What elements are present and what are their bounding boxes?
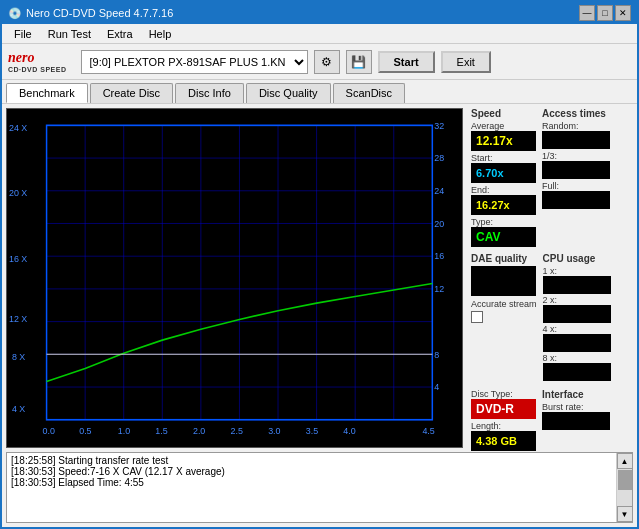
2x-label: 2 x:: [543, 295, 611, 305]
8x-value: [543, 363, 611, 381]
log-text-area[interactable]: [18:25:58] Starting transfer rate test […: [7, 453, 616, 522]
burst-rate-value: [542, 412, 610, 430]
scroll-down-button[interactable]: ▼: [617, 506, 633, 522]
8x-label: 8 x:: [543, 353, 611, 363]
log-scrollbar: ▲ ▼: [616, 453, 632, 522]
length-label: Length:: [471, 421, 536, 431]
speed-title: Speed: [471, 108, 536, 119]
chart-svg: 24 X 20 X 16 X 12 X 8 X 4 X 32 28 24 20 …: [7, 109, 462, 447]
svg-text:8: 8: [434, 349, 439, 359]
nero-logo: nero CD·DVD SPEED: [8, 50, 67, 73]
type-label: Type:: [471, 217, 536, 227]
full-label: Full:: [542, 181, 610, 191]
title-text: Nero CD-DVD Speed 4.7.7.16: [26, 7, 173, 19]
disc-section: Disc Type: DVD-R Length: 4.38 GB: [471, 389, 536, 451]
svg-text:2.5: 2.5: [231, 426, 243, 436]
svg-text:4.0: 4.0: [343, 426, 355, 436]
svg-text:3.5: 3.5: [306, 426, 318, 436]
scroll-track: [617, 469, 632, 506]
menu-extra[interactable]: Extra: [99, 26, 141, 42]
tabs-bar: Benchmark Create Disc Disc Info Disc Qua…: [2, 80, 637, 104]
svg-text:16 X: 16 X: [9, 253, 28, 263]
tab-disc-quality[interactable]: Disc Quality: [246, 83, 331, 103]
maximize-button[interactable]: □: [597, 5, 613, 21]
1x-label: 1 x:: [543, 266, 611, 276]
svg-text:20 X: 20 X: [9, 188, 28, 198]
disc-type-value: DVD-R: [471, 399, 536, 419]
full-value: [542, 191, 610, 209]
dae-section: DAE quality Accurate stream: [471, 253, 537, 381]
access-section: Access times Random: 1/3: Full:: [542, 108, 610, 247]
svg-text:32: 32: [434, 120, 444, 130]
menu-bar: File Run Test Extra Help: [2, 24, 637, 44]
tab-scan-disc[interactable]: ScanDisc: [333, 83, 405, 103]
log-entry-0: [18:25:58] Starting transfer rate test: [11, 455, 612, 466]
svg-text:12: 12: [434, 284, 444, 294]
toolbar: nero CD·DVD SPEED [9:0] PLEXTOR PX-891SA…: [2, 44, 637, 80]
content-area: 24 X 20 X 16 X 12 X 8 X 4 X 32 28 24 20 …: [2, 104, 637, 527]
start-label: Start:: [471, 153, 536, 163]
svg-text:8 X: 8 X: [12, 351, 26, 361]
svg-text:4.5: 4.5: [422, 426, 434, 436]
svg-text:2.0: 2.0: [193, 426, 205, 436]
minimize-button[interactable]: —: [579, 5, 595, 21]
svg-text:24: 24: [434, 186, 444, 196]
svg-text:1.0: 1.0: [118, 426, 130, 436]
start-button[interactable]: Start: [378, 51, 435, 73]
log-entry-2: [18:30:53] Elapsed Time: 4:55: [11, 477, 612, 488]
accurate-stream-label: Accurate stream: [471, 299, 537, 309]
accurate-stream-checkbox-row: [471, 311, 537, 323]
end-value: 16.27x: [471, 195, 536, 215]
svg-text:20: 20: [434, 218, 444, 228]
menu-help[interactable]: Help: [141, 26, 180, 42]
exit-button[interactable]: Exit: [441, 51, 491, 73]
tab-disc-info[interactable]: Disc Info: [175, 83, 244, 103]
app-window: 💿 Nero CD-DVD Speed 4.7.7.16 — □ ✕ File …: [0, 0, 639, 529]
svg-text:24 X: 24 X: [9, 122, 28, 132]
tab-create-disc[interactable]: Create Disc: [90, 83, 173, 103]
svg-text:4: 4: [434, 382, 439, 392]
toolbar-settings-btn[interactable]: ⚙: [314, 50, 340, 74]
menu-run-test[interactable]: Run Test: [40, 26, 99, 42]
toolbar-save-btn[interactable]: 💾: [346, 50, 372, 74]
log-entry-1: [18:30:53] Speed:7-16 X CAV (12.17 X ave…: [11, 466, 612, 477]
cpu-title: CPU usage: [543, 253, 611, 264]
nero-logo-top: nero: [8, 50, 34, 66]
svg-text:12 X: 12 X: [9, 313, 28, 323]
4x-value: [543, 334, 611, 352]
scroll-thumb[interactable]: [618, 470, 632, 490]
close-button[interactable]: ✕: [615, 5, 631, 21]
accurate-stream-checkbox[interactable]: [471, 311, 483, 323]
title-bar: 💿 Nero CD-DVD Speed 4.7.7.16 — □ ✕: [2, 2, 637, 24]
svg-text:0.0: 0.0: [43, 426, 55, 436]
app-icon: 💿: [8, 7, 22, 20]
chart-wrapper: 24 X 20 X 16 X 12 X 8 X 4 X 32 28 24 20 …: [2, 104, 467, 452]
svg-text:0.5: 0.5: [79, 426, 91, 436]
svg-text:16: 16: [434, 251, 444, 261]
middle-area: 24 X 20 X 16 X 12 X 8 X 4 X 32 28 24 20 …: [2, 104, 637, 452]
2x-value: [543, 305, 611, 323]
type-value: CAV: [471, 227, 536, 247]
average-label: Average: [471, 121, 536, 131]
right-panel: Speed Average 12.17x Start: 6.70x End: 1…: [467, 104, 637, 452]
speed-section: Speed Average 12.17x Start: 6.70x End: 1…: [471, 108, 536, 247]
scroll-up-button[interactable]: ▲: [617, 453, 633, 469]
length-value: 4.38 GB: [471, 431, 536, 451]
tab-benchmark[interactable]: Benchmark: [6, 83, 88, 103]
onethird-value: [542, 161, 610, 179]
4x-label: 4 x:: [543, 324, 611, 334]
svg-text:4 X: 4 X: [12, 404, 26, 414]
dae-value: [471, 266, 536, 296]
svg-text:28: 28: [434, 153, 444, 163]
menu-file[interactable]: File: [6, 26, 40, 42]
1x-value: [543, 276, 611, 294]
dae-title: DAE quality: [471, 253, 537, 264]
random-value: [542, 131, 610, 149]
drive-selector[interactable]: [9:0] PLEXTOR PX-891SAF PLUS 1.KN: [81, 50, 308, 74]
disc-type-label: Disc Type:: [471, 389, 536, 399]
log-container: [18:25:58] Starting transfer rate test […: [6, 452, 633, 523]
svg-text:3.0: 3.0: [268, 426, 280, 436]
svg-text:1.5: 1.5: [155, 426, 167, 436]
burst-rate-label: Burst rate:: [542, 402, 610, 412]
average-value: 12.17x: [471, 131, 536, 151]
